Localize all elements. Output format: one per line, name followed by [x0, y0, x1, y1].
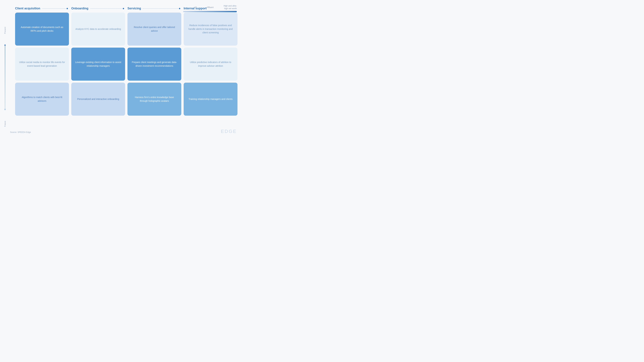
- y-arrow: [4, 44, 6, 110]
- card-ob-1-text: Leverage existing client information to …: [75, 60, 122, 68]
- card-ca-0: Automate creation of documents such as R…: [15, 12, 69, 45]
- card-is-0-text: Reduce incidences of false positives and…: [187, 24, 234, 34]
- card-ob-1: Leverage existing client information to …: [71, 48, 125, 81]
- col-client-acquisition: Automate creation of documents such as R…: [15, 12, 69, 116]
- card-sv-1-text: Prepare client meetings and generate dat…: [131, 60, 178, 68]
- card-ca-0-text: Automate creation of documents such as R…: [18, 25, 66, 33]
- col-header-client-acquisition: Client acquisition: [15, 7, 69, 10]
- y-axis: Present Future: [3, 27, 7, 127]
- dot-end-1: [66, 8, 68, 9]
- arrow-line: [5, 45, 5, 109]
- arrow-down: [4, 109, 6, 110]
- card-sv-2: Harness firm's entire knowledge base thr…: [128, 83, 181, 116]
- card-sv-1: Prepare client meetings and generate dat…: [128, 48, 181, 81]
- col-title-servicing: Servicing: [128, 7, 141, 10]
- card-ob-0: Analyze KYC data to accelerate onboardin…: [71, 12, 125, 45]
- main-content: Client acquisition Onboarding Servicing: [15, 7, 238, 116]
- card-ob-2-text: Personalized and interactive onboarding: [77, 97, 119, 101]
- card-ca-2: Algorithms to match clients with best-fi…: [15, 83, 69, 116]
- legend-affluent: Affluent: [207, 6, 214, 8]
- col-servicing: Resolve client queries and offer tailore…: [128, 12, 181, 116]
- legend-all: All: [194, 6, 196, 8]
- page-wrapper: All Affluent High and ultra-high net wor…: [0, 0, 244, 137]
- card-is-2-text: Training relationship managers and clien…: [188, 97, 232, 101]
- legend-labels: All Affluent High and ultra-high net wor…: [194, 5, 237, 10]
- y-label-future: Future: [4, 121, 6, 127]
- dot-end-3: [179, 8, 180, 9]
- legend-high: High and ultra-high net worth: [224, 5, 237, 10]
- card-sv-2-text: Harness firm's entire knowledge base thr…: [131, 95, 178, 103]
- col-header-servicing: Servicing: [128, 7, 181, 10]
- card-ob-0-text: Analyze KYC data to accelerate onboardin…: [76, 27, 121, 31]
- card-ca-2-text: Algorithms to match clients with best-fi…: [18, 95, 66, 103]
- card-sv-0-text: Resolve client queries and offer tailore…: [131, 25, 178, 33]
- card-sv-0: Resolve client queries and offer tailore…: [128, 12, 181, 45]
- y-label-present: Present: [4, 27, 6, 34]
- col-dots-servicing: [141, 8, 181, 9]
- col-dots-onboarding: [88, 8, 125, 9]
- dots-line-2: [90, 8, 122, 9]
- dots-line-3: [143, 8, 178, 9]
- edge-logo: EDGE: [221, 129, 237, 134]
- legend: All Affluent High and ultra-high net wor…: [183, 5, 237, 12]
- col-dots-client-acquisition: [40, 8, 69, 9]
- col-header-onboarding: Onboarding: [71, 7, 125, 10]
- col-title-onboarding: Onboarding: [71, 7, 88, 10]
- source: Source: SPEEDA Edge: [10, 131, 31, 133]
- card-is-0: Reduce incidences of false positives and…: [184, 12, 238, 45]
- col-internal-support: Reduce incidences of false positives and…: [184, 12, 238, 116]
- dots-line-1: [42, 8, 66, 9]
- card-is-1-text: Utilize predictive indicators of attriti…: [187, 60, 234, 68]
- card-ca-1-text: Utilize social media to monitor life eve…: [18, 60, 66, 68]
- card-ca-1: Utilize social media to monitor life eve…: [15, 48, 69, 81]
- card-is-1: Utilize predictive indicators of attriti…: [184, 48, 238, 81]
- card-is-2: Training relationship managers and clien…: [184, 83, 238, 116]
- col-onboarding: Analyze KYC data to accelerate onboardin…: [71, 12, 125, 116]
- grid: Automate creation of documents such as R…: [15, 12, 238, 116]
- col-title-client-acquisition: Client acquisition: [15, 7, 40, 10]
- legend-bar: [183, 11, 237, 12]
- card-ob-2: Personalized and interactive onboarding: [71, 83, 125, 116]
- dot-end-2: [123, 8, 124, 9]
